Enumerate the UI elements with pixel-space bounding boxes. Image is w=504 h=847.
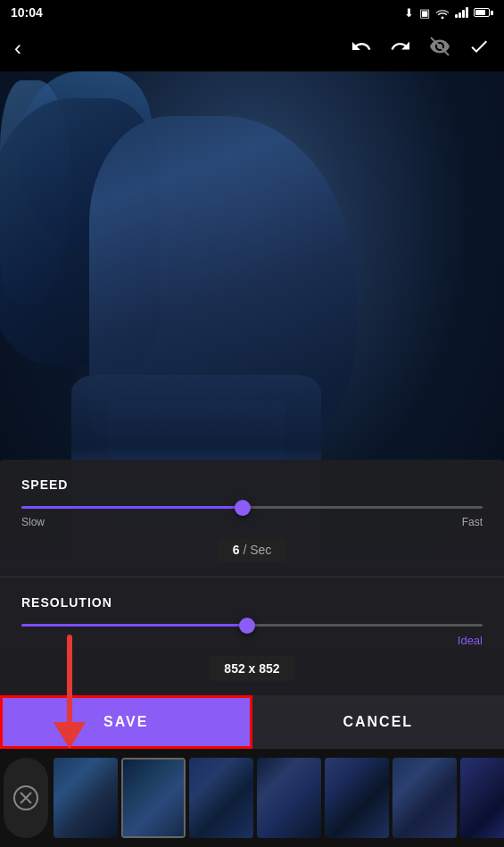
battery-icon	[474, 8, 493, 17]
filmstrip-circle-button[interactable]	[4, 758, 48, 838]
speed-slider-track	[21, 506, 483, 509]
back-button[interactable]: ‹	[14, 36, 21, 61]
box-icon: ▣	[419, 6, 430, 20]
filmstrip-thumb-3[interactable]	[189, 758, 253, 838]
speed-value-box: 6 / Sec	[21, 537, 483, 562]
speed-slider-fill	[21, 506, 243, 509]
resolution-title: RESOLUTION	[21, 595, 483, 610]
filmstrip-thumb-4[interactable]	[257, 758, 321, 838]
status-icons: ⬇ ▣	[404, 6, 493, 20]
speed-value-badge: 6 / Sec	[219, 537, 286, 562]
main-image-area: SPEED Slow Fast 6 / Sec	[0, 71, 504, 847]
ideal-label: Ideal	[458, 634, 483, 647]
wifi-icon	[435, 7, 450, 19]
circle-x-icon	[12, 785, 39, 811]
toolbar: ‹	[0, 25, 504, 71]
button-row: SAVE CANCEL	[0, 695, 504, 749]
settings-dialog: SPEED Slow Fast 6 / Sec	[0, 460, 504, 749]
redo-button[interactable]	[390, 36, 411, 62]
resolution-value-badge: 852 x 852	[210, 656, 293, 681]
status-bar: 10:04 ⬇ ▣	[0, 0, 504, 25]
signal-icon	[455, 7, 468, 18]
filmstrip-thumb-5[interactable]	[325, 758, 389, 838]
dialog-overlay: SPEED Slow Fast 6 / Sec	[0, 223, 504, 749]
speed-slider-labels: Slow Fast	[21, 516, 483, 528]
undo-button[interactable]	[351, 36, 372, 62]
speed-slider-container[interactable]	[21, 506, 483, 509]
download-icon: ⬇	[404, 6, 414, 20]
save-button[interactable]: SAVE	[0, 695, 252, 749]
speed-value: 6	[233, 543, 240, 557]
filmstrip-thumb-2[interactable]	[121, 758, 186, 838]
eye-button[interactable]	[429, 36, 450, 62]
resolution-slider-track	[21, 624, 483, 627]
filmstrip-thumb-1[interactable]	[54, 758, 118, 838]
resolution-slider-thumb[interactable]	[239, 618, 255, 634]
filmstrip	[0, 749, 504, 847]
speed-slow-label: Slow	[21, 516, 45, 528]
speed-unit: / Sec	[243, 543, 271, 557]
speed-slider-thumb[interactable]	[235, 500, 251, 516]
filmstrip-thumb-6[interactable]	[392, 758, 457, 838]
check-button[interactable]	[468, 36, 490, 62]
resolution-value: 852 x 852	[224, 661, 279, 676]
filmstrip-thumb-7[interactable]	[460, 758, 504, 838]
speed-section: SPEED Slow Fast 6 / Sec	[0, 460, 504, 577]
resolution-slider-fill	[21, 624, 247, 627]
resolution-slider-container[interactable]	[21, 624, 483, 627]
status-time: 10:04	[11, 5, 43, 20]
resolution-section: RESOLUTION Ideal 852 x 852	[0, 577, 504, 695]
speed-title: SPEED	[21, 477, 483, 492]
resolution-value-box: 852 x 852	[21, 656, 483, 681]
speed-fast-label: Fast	[462, 516, 483, 528]
cancel-button[interactable]: CANCEL	[252, 695, 505, 749]
